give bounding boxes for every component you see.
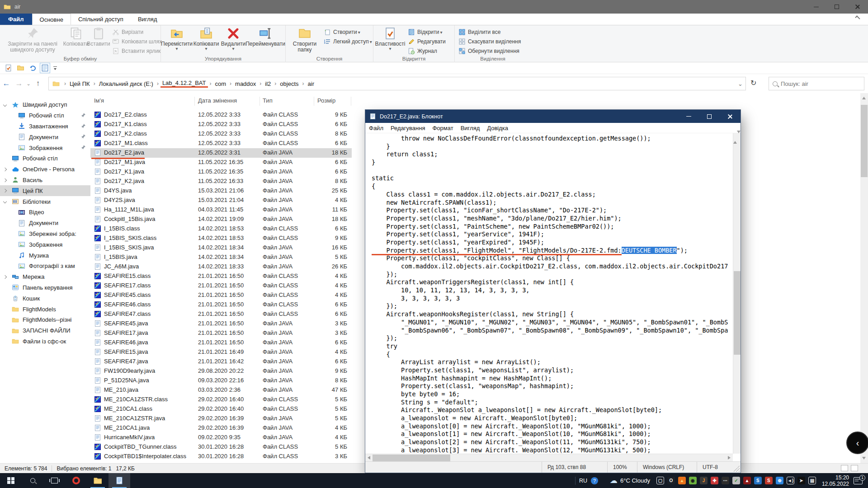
breadcrumb-item[interactable]: Цей ПК	[68, 80, 92, 87]
menu-file[interactable]: Файл	[365, 125, 387, 131]
select-none-button[interactable]: Скасувати виділення	[458, 37, 529, 46]
file-row[interactable]: P_51D25NA.java09.03.2020 22:16Файл JAVA8…	[90, 376, 352, 385]
file-row[interactable]: Do217_E2.java12.05.2022 3:31Файл JAVA18 …	[90, 148, 352, 158]
menu-help[interactable]: Довідка	[483, 125, 512, 131]
tab-view[interactable]: Вигляд	[131, 14, 165, 25]
opera-ring-icon[interactable]: O	[667, 477, 675, 484]
expander-icon[interactable]	[3, 168, 7, 171]
sidebar-item-кошик[interactable]: Кошик	[0, 293, 90, 304]
delete-button[interactable]: Видалити	[221, 26, 246, 55]
properties-button[interactable]: Властивості	[374, 26, 406, 55]
sidebar-item-flightmodels[interactable]: FlightModels	[0, 304, 90, 314]
expander-icon[interactable]	[3, 178, 7, 182]
column-header-name[interactable]: Ім'я	[94, 97, 104, 104]
help-icon[interactable]: ?	[591, 477, 598, 484]
sidebar-item-панель-керування[interactable]: Панель керування	[0, 282, 90, 293]
move-to-button[interactable]: Перемістити	[162, 26, 192, 55]
dots-circle-icon[interactable]: ⋯	[722, 477, 729, 484]
file-row[interactable]: I_15BIS.java14.02.2021 18:34Файл JAVA5 К…	[90, 253, 352, 262]
file-row[interactable]: D4Y2S.java15.03.2021 21:04Файл JAVA4 КБ	[90, 196, 352, 205]
collapse-ribbon-icon[interactable]	[855, 15, 860, 20]
file-row[interactable]: Do217_K1.java11.05.2022 16:35Файл JAVA6 …	[90, 167, 352, 177]
menu-edit[interactable]: Редагування	[387, 125, 429, 131]
easy-access-button[interactable]: Легкий доступ	[324, 37, 373, 46]
red-s-icon[interactable]: S	[765, 477, 773, 484]
file-row[interactable]: Do217_K2.class12.05.2022 3:33Файл CLASS8…	[90, 129, 352, 139]
security-shield-icon[interactable]: ✚	[711, 477, 718, 484]
up-button[interactable]: ↑	[32, 79, 44, 88]
open-button[interactable]: Відкрити	[408, 28, 454, 36]
search-box[interactable]: Пошук: air	[769, 77, 864, 90]
notification-center-icon[interactable]: 1	[854, 477, 863, 484]
sidebar-item-швидкий-доступ[interactable]: Швидкий доступ	[0, 99, 90, 110]
expander-icon[interactable]	[3, 189, 7, 192]
snip-tool-icon[interactable]: ▢	[656, 477, 664, 484]
column-header-type[interactable]: Тип	[263, 97, 273, 104]
notepad-close-button[interactable]: .np-title .g-close:before,.np-title .g-c…	[720, 110, 741, 123]
breadcrumb-item[interactable]: il2	[263, 80, 273, 87]
view-details-button[interactable]	[841, 465, 848, 471]
select-all-button[interactable]: Виділити все	[458, 28, 529, 36]
qat-undo-icon[interactable]	[29, 64, 37, 72]
taskbar-clock[interactable]: 15:20 12.05.2022	[822, 474, 849, 487]
address-bar[interactable]: › Цей ПК›Локальний диск (E:)›Lab_4.12.2_…	[48, 77, 746, 90]
sidebar-item-робочий-стіл[interactable]: Робочий стіл	[0, 153, 90, 164]
sidebar-item-документи[interactable]: Документи	[0, 131, 90, 142]
resize-grip[interactable]	[733, 465, 740, 472]
sidebar-item-робочий-стіл[interactable]: Робочий стіл	[0, 110, 90, 121]
sidebar-item-музика[interactable]: Музика	[0, 250, 90, 261]
notepad-titlebar[interactable]: Do217_E2.java: Блокнот .np-title .g-clos…	[365, 110, 741, 123]
weather-text[interactable]: 6°C Cloudy	[620, 477, 650, 484]
file-row[interactable]: JC_A6M.java14.02.2021 18:33Файл JAVA26 К…	[90, 262, 352, 272]
notepad-minimize-button[interactable]	[678, 110, 699, 123]
copy-to-button[interactable]: Копіювати	[193, 26, 220, 55]
warning-triangle-icon[interactable]: ▲	[743, 477, 751, 484]
new-item-button[interactable]: Створити	[324, 28, 373, 36]
breadcrumb-item[interactable]: objects	[278, 80, 300, 87]
history-button[interactable]: Журнал	[408, 47, 454, 55]
column-header-size[interactable]: Розмір	[317, 97, 335, 104]
taskbar-search-button[interactable]	[22, 473, 43, 488]
invert-selection-button[interactable]: Обернути виділення	[458, 47, 529, 55]
sidebar-item-зображення[interactable]: Зображення	[0, 142, 90, 153]
file-row[interactable]: I_15BIS.class14.02.2021 18:53Файл CLASS6…	[90, 224, 352, 234]
nvidia-eye-icon[interactable]: ◉	[689, 477, 697, 484]
paste-button[interactable]: Вставити	[88, 26, 109, 55]
file-row[interactable]: SEAFIRE17.java21.01.2021 16:50Файл JAVA3…	[90, 328, 352, 338]
qat-new-folder-icon[interactable]	[17, 64, 24, 72]
file-row[interactable]: SEAFIRE45.class21.01.2021 16:50Файл CLAS…	[90, 291, 352, 300]
qat-pane-icon[interactable]	[41, 64, 49, 72]
menu-view[interactable]: Вигляд	[457, 125, 484, 131]
java-cup-icon[interactable]: J	[700, 477, 708, 484]
new-folder-button[interactable]: Створити папку	[288, 26, 322, 55]
sidebar-item-цей-пк[interactable]: Цей ПК	[0, 185, 90, 196]
file-row[interactable]: CockpitTBD_TGunner.class30.01.2020 16:28…	[90, 442, 352, 452]
globe-icon[interactable]: ⊕	[776, 477, 783, 484]
file-row[interactable]: Do217_K2.java11.05.2022 16:33Файл JAVA8 …	[90, 177, 352, 186]
sidebar-item-документи[interactable]: Документи	[0, 218, 90, 229]
file-row[interactable]: ME_210CA1.java29.02.2020 16:39Файл JAVA4…	[90, 423, 352, 433]
copy-path-button[interactable]: Копіювати шлях	[112, 37, 160, 46]
tab-share[interactable]: Спільний доступ	[71, 14, 131, 25]
file-row[interactable]: SEAFIRE46.class21.01.2021 16:50Файл CLAS…	[90, 300, 352, 310]
sidebar-item-файли-із-сфс-ок[interactable]: Файли із сфс-ок	[0, 336, 90, 347]
pin-quick-access-button[interactable]: Закріпити на панелі швидкого доступу	[1, 26, 64, 55]
taskbar-notepad-button[interactable]	[108, 473, 130, 488]
view-thumbnails-button[interactable]	[851, 465, 858, 471]
notepad-maximize-button[interactable]	[699, 110, 720, 123]
paste-shortcut-button[interactable]: Вставити ярлик	[112, 47, 160, 55]
expander-icon[interactable]	[3, 103, 7, 107]
file-row[interactable]: SEAFIRE15.java21.01.2021 16:49Файл JAVA4…	[90, 347, 352, 357]
file-row[interactable]: SEAFIRE45.java21.01.2021 16:50Файл JAVA3…	[90, 319, 352, 328]
edit-button[interactable]: Редагувати	[408, 37, 454, 46]
taskbar-opera-button[interactable]	[65, 473, 87, 488]
sidebar-item-збережені-зобра-[interactable]: Збережені зобра:	[0, 229, 90, 239]
file-row[interactable]: CockpitTBD1$Interpolater.class30.01.2020…	[90, 452, 352, 461]
ref resh-icon[interactable]: ↻	[750, 79, 756, 87]
file-row[interactable]: I_15BIS_SKIS.java14.02.2021 18:34Файл JA…	[90, 243, 352, 253]
maximize-button[interactable]	[826, 0, 847, 14]
qat-customize-icon[interactable]	[53, 66, 57, 70]
file-row[interactable]: Do217_E2.class12.05.2022 3:33Файл CLASS9…	[90, 110, 352, 120]
file-row[interactable]: ME_210CA1ZSTR.class29.02.2020 16:40Файл …	[90, 395, 352, 404]
column-header-date[interactable]: Дата змінення	[198, 97, 237, 104]
